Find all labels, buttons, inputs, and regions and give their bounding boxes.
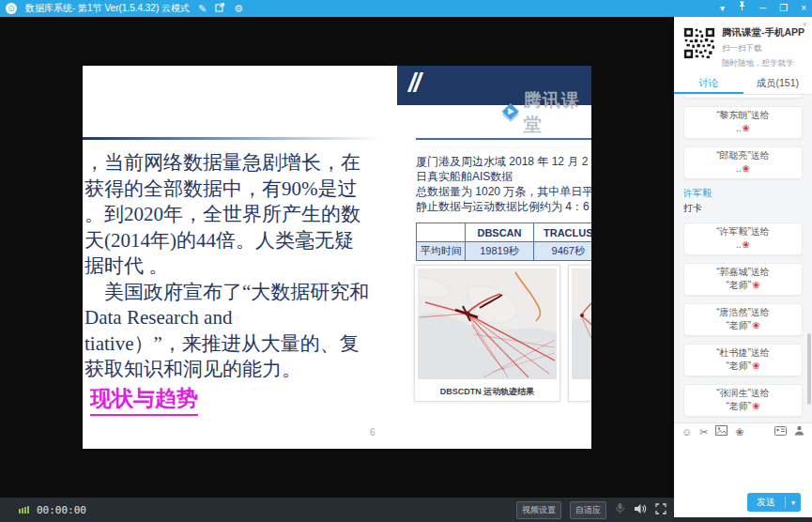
slide-divider-right xyxy=(416,138,591,140)
gift-sender: “杜书捷”送给 xyxy=(690,346,796,360)
slide-text-line: 美国政府宣布了“大数据研究和 xyxy=(84,280,415,306)
tab-members[interactable]: 成员(151) xyxy=(743,73,812,94)
gift-message: “杜书捷”送给 “老师”❀ xyxy=(683,344,803,376)
microphone-muted-icon[interactable] xyxy=(615,501,625,518)
trajectory-map-image xyxy=(418,269,557,379)
gift-recipient: .. xyxy=(736,123,742,133)
app-logo-icon: ⊙ xyxy=(6,3,17,14)
image-icon[interactable] xyxy=(715,423,728,441)
gift-message: “张润生”送给 “老师”❀ xyxy=(683,384,803,417)
qr-subtitle-2: 随时随地，想学就学 xyxy=(722,58,804,69)
send-button-label[interactable]: 发送 xyxy=(747,493,785,512)
active-tab-indicator xyxy=(674,92,743,94)
slide-text-line: 获得的全部数据中，有90%是过 xyxy=(84,177,415,203)
video-settings-button[interactable]: 视频设置 xyxy=(516,501,561,519)
chat-sidebar: × 腾讯课堂-手机APP 扫一扫下载 随时随地，想学就学 讨论 xyxy=(674,17,812,522)
close-button[interactable]: × xyxy=(801,0,806,17)
trajectory-map-image-partial xyxy=(572,269,591,379)
rose-icon: ❀ xyxy=(752,280,759,290)
slide-body-text: ，当前网络数据量急剧增长，在 获得的全部数据中，有90%是过 。到2020年，全… xyxy=(84,150,415,383)
table-cell: 19819秒 xyxy=(466,242,533,261)
session-timer: 00:00:00 xyxy=(37,504,86,516)
gear-icon[interactable]: ⚙ xyxy=(234,0,243,17)
slide-page-number: 6 xyxy=(370,427,375,438)
slide-text-line: 据时代 。 xyxy=(84,253,415,280)
table-cell: 平均时间 xyxy=(417,242,466,261)
gift-sender: “许军毅”送给 xyxy=(690,225,796,238)
signal-bars-icon xyxy=(19,506,29,514)
gift-recipient: .. xyxy=(736,239,742,250)
share-icon[interactable] xyxy=(215,0,225,17)
qr-close-icon[interactable]: × xyxy=(803,20,807,29)
window-title: 数据库系统- 第1节 Ver(1.5.4.32) 云模式 xyxy=(25,2,190,15)
rose-icon: ❀ xyxy=(752,401,759,411)
gift-message: “黎东朗”送给 ..❀ xyxy=(683,106,803,139)
tab-discussion[interactable]: 讨论 xyxy=(674,73,743,94)
ais-info-line: 日真实船舶AIS数据 xyxy=(416,169,591,184)
scissors-icon[interactable]: ✂ xyxy=(699,423,708,441)
chat-message: 许军毅 打卡 xyxy=(683,187,803,215)
restore-button[interactable]: ❐ xyxy=(779,0,788,17)
member-person-icon[interactable] xyxy=(794,423,804,441)
gift-sender: “郎聪亮”送给 xyxy=(690,149,796,162)
title-bar: ⊙ 数据库系统- 第1节 Ver(1.5.4.32) 云模式 ✎ ⚙ ▾ ─ ❐… xyxy=(0,0,812,17)
speaker-icon[interactable] xyxy=(634,501,647,518)
gift-rose-icon[interactable]: ❀ xyxy=(735,423,743,441)
slide-text-line: Data Research and xyxy=(84,305,415,331)
qr-code-image xyxy=(683,24,715,62)
minimize-button[interactable]: ─ xyxy=(759,0,766,17)
rose-icon: ❀ xyxy=(752,361,759,371)
rose-icon: ❀ xyxy=(752,320,759,330)
gift-recipient: .. xyxy=(736,163,742,174)
fullscreen-icon[interactable] xyxy=(655,501,666,518)
sidebar-tabs: 讨论 成员(151) xyxy=(674,73,812,95)
gift-recipient: “老师” xyxy=(726,280,751,290)
qr-subtitle-1: 扫一扫下载 xyxy=(722,43,804,54)
comparison-table: DBSCAN TRACLUS 平均时间 19819秒 9467秒 xyxy=(416,223,591,261)
pin-icon[interactable] xyxy=(738,0,746,17)
ais-info-line: 厦门港及周边水域 2018 年 12 月 2 xyxy=(416,154,591,169)
ais-info-line: 总数据量为 1020 万条，其中单日平 xyxy=(416,184,591,199)
adaptive-button[interactable]: 自适应 xyxy=(570,501,606,519)
play-logo-icon xyxy=(500,101,521,124)
map-card-second xyxy=(568,265,591,402)
id-card-icon[interactable] xyxy=(774,423,787,441)
gift-sender: “唐浩然”送给 xyxy=(690,306,796,319)
qr-title: 腾讯课堂-手机APP xyxy=(722,26,804,39)
slide-highlight-heading: 现状与趋势 xyxy=(90,384,198,416)
gift-message: “郭嘉城”送给 “老师”❀ xyxy=(683,263,803,296)
rose-icon: ❀ xyxy=(743,163,750,174)
rose-icon: ❀ xyxy=(743,123,750,133)
chat-input[interactable] xyxy=(674,440,812,487)
map-card-dbscdtn: DBSCDTN 运动轨迹结果 xyxy=(414,265,560,402)
table-header-cell: DBSCAN xyxy=(466,223,533,242)
emoji-icon[interactable]: ☺ xyxy=(682,423,692,441)
slide-text-line: 获取知识和洞见的能力。 xyxy=(84,357,415,383)
chat-scrollbar[interactable] xyxy=(807,333,811,405)
rose-icon: ❀ xyxy=(743,239,750,250)
gift-recipient: “老师” xyxy=(726,401,751,411)
gift-message: “老师”❀ xyxy=(683,95,803,99)
player-control-bar: 00:00:00 视频设置 自适应 xyxy=(0,498,674,522)
slide-text-line: tiative）”，来推进从大量的、复 xyxy=(84,331,415,358)
dropdown-icon[interactable]: ▾ xyxy=(720,0,725,17)
ais-info-line: 静止数据与运动数据比例约为 4：6 xyxy=(416,199,591,214)
slide-right-panel: 厦门港及周边水域 2018 年 12 月 2 日真实船舶AIS数据 总数据量为 … xyxy=(416,154,591,261)
slide-divider-left xyxy=(83,137,381,140)
gift-message: “唐浩然”送给 “老师”❀ xyxy=(683,303,803,336)
table-cell: 9467秒 xyxy=(533,242,591,261)
send-button[interactable]: 发送 ▾ xyxy=(747,493,801,512)
table-header-cell xyxy=(417,223,466,242)
send-row: 发送 ▾ xyxy=(674,487,812,517)
edit-icon[interactable]: ✎ xyxy=(198,0,207,17)
app-window: ⊙ 数据库系统- 第1节 Ver(1.5.4.32) 云模式 ✎ ⚙ ▾ ─ ❐… xyxy=(0,0,812,522)
watermark-label: 腾讯课堂 xyxy=(524,88,591,137)
slide-slashes-decoration: // xyxy=(408,68,420,98)
send-options-caret-icon[interactable]: ▾ xyxy=(786,499,801,507)
slide-text-line: 天(2014年)的44倍。人类毫无疑 xyxy=(84,228,415,254)
map-caption: DBSCDTN 运动轨迹结果 xyxy=(418,383,557,398)
gift-recipient: “老师” xyxy=(726,320,751,330)
presentation-slide: // 腾讯课堂 ，当前网络数据量急剧增长，在 获得的全部数据中，有90%是过 。… xyxy=(83,66,591,449)
chat-message-list: “老师”❀ “黎东朗”送给 ..❀ “郎聪亮”送给 ..❀ 许军毅 打卡 “许军… xyxy=(674,95,812,422)
gift-message: “许军毅”送给 ..❀ xyxy=(683,223,803,255)
